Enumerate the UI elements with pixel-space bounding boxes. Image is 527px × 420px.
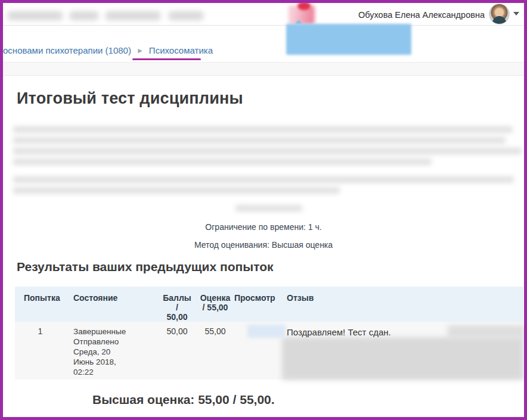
col-header-marks-max: 50,00 [156,312,198,322]
attempt-marks-cell: 50,00 [156,322,198,379]
annotation-underline [132,58,201,60]
blurred-text-line [13,148,522,154]
feedback-text: Поздравляем! Тест сдан. [287,327,391,337]
col-header-feedback: Отзыв [282,287,523,322]
blurred-review-link[interactable] [247,325,286,338]
collapsed-header-strip [3,62,524,76]
blurred-nav-item[interactable] [70,11,98,20]
popup-arrow-icon [295,20,302,24]
page-title: Итоговый тест дисциплины [17,89,243,108]
blurred-popup [286,24,411,55]
attempt-grade-cell: 55,00 [198,322,232,379]
user-menu-name[interactable]: Обухова Елена Александровна [358,9,485,21]
col-header-grade-max: / 55,00 [198,303,232,312]
chevron-down-icon[interactable] [513,12,519,15]
quiz-summary-page: Обухова Елена Александровна основами пси… [0,0,527,420]
attempt-submitted: Отправлено Среда, 20 Июнь 2018, 02:22 [73,337,133,377]
blurred-text-line [13,176,514,183]
col-header-marks-label: Баллы [156,293,198,303]
col-header-marks-slash: / [156,303,198,312]
col-header-grade: Оценка / 55,00 [198,287,232,322]
blurred-feedback-detail [448,325,524,338]
top-navigation-bar: Обухова Елена Александровна [3,3,524,26]
time-limit-text: Ограничение по времени: 1 ч. [0,222,527,232]
grading-method-text: Метод оценивания: Высшая оценка [0,240,527,250]
breadcrumb-current-link[interactable]: Психосоматика [149,45,213,55]
attempt-state: Завершенные [73,326,133,337]
blurred-description [12,122,522,217]
col-header-marks: Баллы / 50,00 [156,287,198,322]
col-header-attempt: Попытка [15,287,66,322]
blurred-text-line [13,137,506,144]
blurred-text-line [13,158,432,165]
attempt-number-cell: 1 [15,322,66,379]
blurred-nav-item[interactable] [8,11,63,20]
breadcrumb-course-link[interactable]: основами психотерапии (1080) [3,45,131,55]
breadcrumb-separator-icon: ► [137,46,144,55]
attempt-feedback-cell: Поздравляем! Тест сдан. [282,322,523,379]
notification-badge [297,2,311,10]
blurred-feedback-detail [282,337,523,380]
blurred-text-line [13,187,340,194]
col-header-grade-label: Оценка [198,293,232,303]
blurred-nav-item[interactable] [169,11,203,20]
attempts-heading: Результаты ваших предыдущих попыток [17,260,273,274]
blurred-text-line [235,205,302,211]
col-header-state: Состояние [66,287,156,322]
final-grade-text: Высшая оценка: 55,00 / 55,00. [92,393,275,407]
col-header-review: Просмотр [232,287,282,322]
attempt-state-cell: Завершенные Отправлено Среда, 20 Июнь 20… [66,322,156,379]
attempts-table: Попытка Состояние Баллы / 50,00 Оценка /… [15,287,523,379]
blurred-nav-item[interactable] [106,11,160,20]
blurred-text-line [13,126,513,133]
table-header-row: Попытка Состояние Баллы / 50,00 Оценка /… [15,287,523,322]
avatar[interactable] [489,4,510,24]
